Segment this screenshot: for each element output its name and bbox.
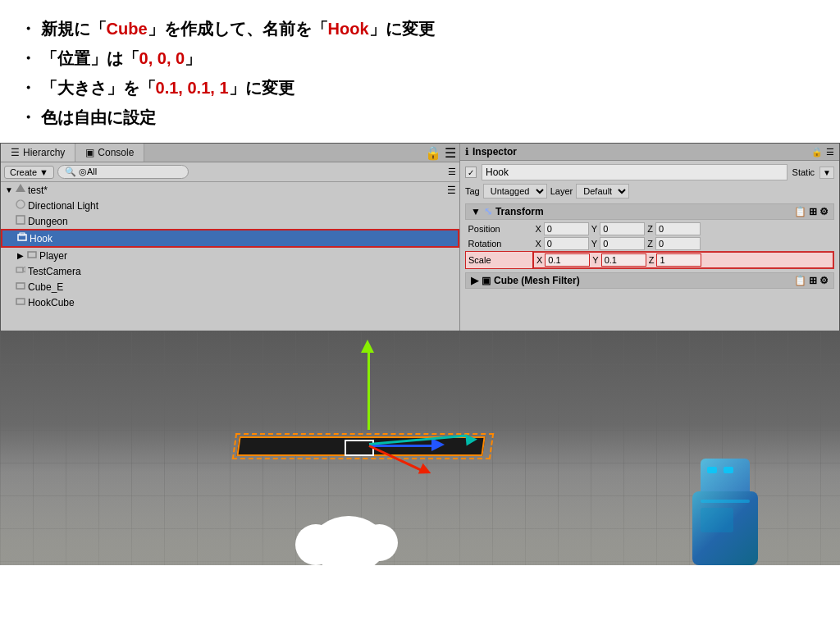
scale-y-label: Y [592,255,598,265]
x-axis-line [369,445,435,447]
menu-icon: ☰ [445,145,456,161]
hierarchy-item-testcamera[interactable]: TestCamera [1,263,459,279]
scene-name: test* [28,185,48,196]
transform-ref-icon: 📋 [794,206,806,217]
player-expand-icon: ▶ [16,251,25,261]
player-label: Player [39,250,67,262]
hookcube-label: HookCube [28,297,75,308]
y-axis-line [368,348,370,430]
hook-cube-icon [17,232,27,244]
mesh-grid-icon: ⊞ [809,275,817,286]
mesh-gear-icon: ⚙ [819,275,829,286]
scale-z-label: Z [649,255,655,265]
static-dropdown[interactable]: ▼ [819,167,834,179]
svg-rect-6 [28,252,36,258]
instruction-line-2: 「位置」は「0, 0, 0」 [20,44,820,72]
hierarchy-item-test[interactable]: ▼ test* ☰ [1,182,459,198]
pos-z-label: Z [647,224,653,234]
static-label: Static [792,167,815,177]
search-icon: 🔍 [65,167,76,177]
inspector-header: ℹ Inspector 🔒 ☰ [460,144,839,161]
cubee-icon [16,281,25,293]
transform-grid-icon: ⊞ [809,206,817,217]
tag-label: Tag [465,186,480,196]
svg-rect-3 [16,216,25,224]
lock-icon: 🔒 [425,145,441,161]
light-icon [16,199,25,212]
cubee-label: Cube_E [28,281,63,293]
expand-icon: ▼ [4,185,14,195]
hierarchy-tab-icons: 🔒 ☰ [425,145,459,161]
hook-object[interactable] [238,430,500,463]
console-tab-label: Console [98,147,134,158]
layer-label: Layer [550,186,573,196]
active-checkbox[interactable]: ✓ [465,167,477,178]
layer-dropdown[interactable]: Default [576,184,629,199]
hierarchy-search[interactable]: 🔍 ◎All [57,165,189,179]
unity-panels: ☰ Hierarchy ▣ Console 🔒 ☰ Create ▼ 🔍 ◎Al… [0,143,840,331]
inspector-menu-icon: ☰ [826,147,834,158]
player-icon [27,249,37,262]
inspector-panel: ℹ Inspector 🔒 ☰ ✓ Static ▼ Tag Untagged … [460,144,839,331]
tab-hierarchy[interactable]: ☰ Hierarchy [1,144,75,162]
hierarchy-panel: ☰ Hierarchy ▣ Console 🔒 ☰ Create ▼ 🔍 ◎Al… [1,144,460,331]
camera-icon [16,265,25,277]
inspector-body: ✓ Static ▼ Tag Untagged Layer Default ▼ [460,161,839,331]
rot-x-field[interactable] [544,237,589,250]
scale-y-field[interactable] [601,253,646,267]
robot-body [692,491,758,565]
hierarchy-item-hookcube[interactable]: HookCube [1,294,459,310]
search-placeholder: ◎All [79,167,97,177]
z-axis-arrow [465,433,477,445]
hierarchy-toolbar: Create ▼ 🔍 ◎All ☰ [1,162,459,182]
dungeon-label: Dungeon [28,216,68,227]
hierarchy-item-cubee[interactable]: Cube_E [1,279,459,294]
scale-label: Scale [466,252,533,269]
scale-x-field[interactable] [545,253,590,267]
tag-layer-row: Tag Untagged Layer Default [465,184,834,199]
hierarchy-list: ▼ test* ☰ Directional Light [1,182,459,331]
transform-section: ▼ ⤡ Transform 📋 ⊞ ⚙ Position X [465,203,834,269]
hierarchy-item-directional-light[interactable]: Directional Light [1,198,459,213]
testcamera-label: TestCamera [28,266,81,277]
position-row: Position X Y Z [466,221,834,236]
hierarchy-item-player[interactable]: ▶ Player [1,248,459,263]
name-row: ✓ Static ▼ [465,164,834,180]
svg-rect-9 [16,283,25,289]
tab-console[interactable]: ▣ Console [75,144,144,162]
pos-y-field[interactable] [600,222,645,235]
transform-label: Transform [495,206,544,217]
transform-gear-icon: ⚙ [819,206,829,217]
instruction-line-3: 「大きさ」を「0.1, 0.1, 1」に変更 [20,74,820,102]
pos-x-field[interactable] [544,222,589,235]
scene-menu-icon: ☰ [447,185,456,196]
inspector-lock-icon: 🔒 [811,147,823,158]
rot-z-field[interactable] [655,237,701,250]
hierarchy-item-hook[interactable]: Hook [1,229,459,248]
rotation-row: Rotation X Y Z [466,236,834,252]
create-button[interactable]: Create ▼ [4,166,54,179]
pos-y-label: Y [591,224,597,234]
scale-z-field[interactable] [656,253,701,267]
pos-x-label: X [535,224,541,234]
transform-header: ▼ ⤡ Transform 📋 ⊞ ⚙ [465,203,834,220]
unity-icon [16,184,25,196]
scene-view [0,331,840,565]
pos-z-field[interactable] [655,222,701,235]
character-shape [312,516,386,565]
mesh-collapse-icon: ▶ [471,275,478,286]
robot-character [676,459,774,565]
hierarchy-item-dungeon[interactable]: Dungeon [1,213,459,229]
transform-icon: ⤡ [484,206,492,217]
cloud-body [312,516,386,565]
tag-dropdown[interactable]: Untagged [483,184,547,199]
instruction-line-4: 色は自由に設定 [20,103,820,131]
rot-x-label: X [535,239,541,249]
hook-label: Hook [30,233,52,244]
x-axis-arrow [431,438,445,451]
mesh-filter-label: Cube (Mesh Filter) [494,275,580,286]
hierarchy-tabs: ☰ Hierarchy ▣ Console 🔒 ☰ [1,144,459,162]
rot-z-label: Z [647,239,653,249]
rot-y-field[interactable] [600,237,645,250]
object-name-field[interactable] [482,164,788,180]
